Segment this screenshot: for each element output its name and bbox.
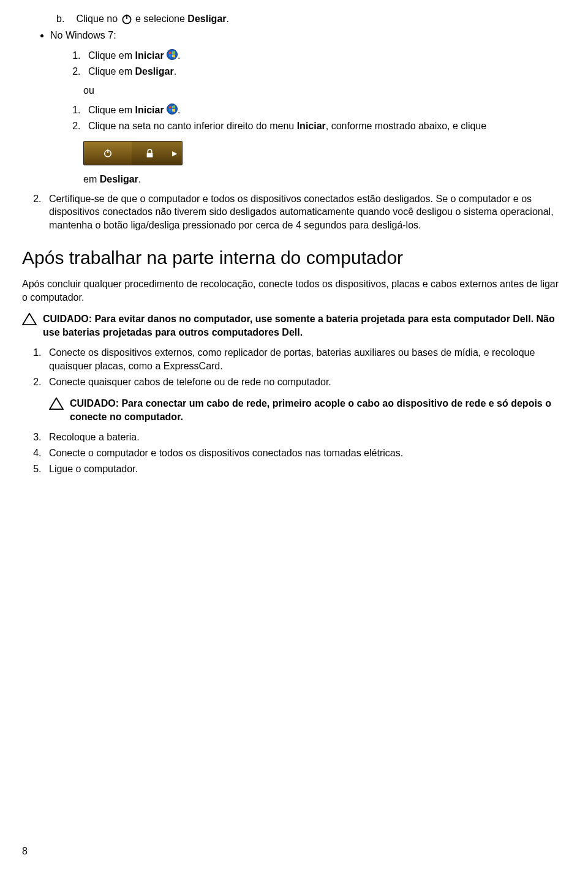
- proc-step-4: Conecte o computador e todos os disposit…: [44, 446, 566, 460]
- text: Clique na seta no canto inferior direito…: [88, 121, 297, 131]
- step-1: Clique em Iniciar .: [83, 104, 566, 118]
- proc-step-5: Ligue o computador.: [44, 462, 566, 476]
- svg-rect-6: [146, 153, 153, 157]
- text: , conforme mostrado abaixo, e clique: [326, 121, 486, 131]
- step-2: Clique em Desligar.: [83, 65, 566, 78]
- text: .: [178, 50, 180, 61]
- text-line: em Desligar.: [83, 173, 566, 186]
- caution-text: CUIDADO: Para evitar danos no computador…: [43, 312, 566, 339]
- windows-start-icon: [167, 49, 178, 64]
- caution-icon: [49, 397, 64, 423]
- section-heading: Após trabalhar na parte interna do compu…: [22, 246, 566, 271]
- power-icon: [121, 13, 133, 26]
- caution-icon: [22, 312, 37, 339]
- caution-box-1: CUIDADO: Para evitar danos no computador…: [22, 312, 566, 339]
- step-2: Clique na seta no canto inferior direito…: [83, 119, 566, 133]
- start-menu-shutdown-bar: ▶: [83, 141, 183, 165]
- text: Clique em: [88, 66, 135, 77]
- power-button-region: [84, 141, 132, 165]
- step-1: Clique em Iniciar .: [83, 49, 566, 64]
- procedure-list-cont: Recoloque a bateria. Conecte o computado…: [22, 431, 566, 475]
- arrow-button-region: ▶: [167, 141, 182, 165]
- caution-text: CUIDADO: Para conectar um cabo de rede, …: [70, 397, 566, 423]
- text-bold: Iniciar: [135, 105, 164, 115]
- bullet-list: No Windows 7:: [22, 29, 566, 42]
- sub-step-b: b. Clique no e selecione Desligar.: [56, 12, 566, 26]
- bullet-item-win7: No Windows 7:: [50, 29, 566, 42]
- list-marker: b.: [56, 12, 74, 26]
- proc-step-2: Conecte quaisquer cabos de telefone ou d…: [44, 375, 566, 389]
- text: .: [138, 174, 141, 184]
- text-bold: Desligar: [187, 13, 226, 24]
- outer-step-2: Certifique-se de que o computador e todo…: [44, 192, 566, 232]
- lock-button-region: [132, 141, 167, 165]
- text: Clique em: [88, 105, 135, 115]
- text: Clique no: [76, 13, 118, 24]
- caution-box-2: CUIDADO: Para conectar um cabo de rede, …: [49, 397, 566, 423]
- numbered-list-a: Clique em Iniciar . Clique em Desligar.: [61, 49, 566, 78]
- or-separator: ou: [83, 84, 566, 97]
- proc-step-3: Recoloque a bateria.: [44, 431, 566, 444]
- outer-numbered-list: Certifique-se de que o computador e todo…: [22, 192, 566, 232]
- text-bold: Iniciar: [135, 50, 164, 61]
- text-bold: Desligar: [135, 66, 173, 77]
- windows-start-icon: [167, 104, 178, 118]
- text-bold: Desligar: [100, 174, 138, 184]
- intro-paragraph: Após concluir qualquer procedimento de r…: [22, 277, 566, 304]
- numbered-list-b: Clique em Iniciar . Clique na seta no ca…: [61, 104, 566, 132]
- procedure-list: Conecte os dispositivos externos, como r…: [22, 346, 566, 388]
- text: Clique em: [88, 50, 135, 61]
- text: e selecione: [135, 13, 187, 24]
- text: .: [178, 105, 180, 115]
- proc-step-1: Conecte os dispositivos externos, como r…: [44, 346, 566, 372]
- text: em: [83, 174, 100, 184]
- text: .: [227, 13, 229, 24]
- text: .: [174, 66, 176, 77]
- text-bold: Iniciar: [297, 121, 326, 131]
